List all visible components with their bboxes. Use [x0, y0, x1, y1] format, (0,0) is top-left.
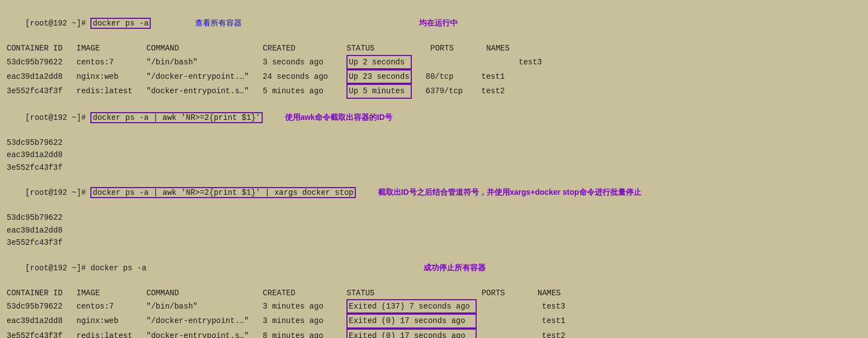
prompt-2: [root@192 ~]#: [25, 113, 91, 122]
cmd-2: docker ps -a | awk 'NR>=2{print $1}': [90, 112, 262, 123]
stopped-box-3: Exited (0) 17 seconds ago: [346, 329, 477, 338]
status-box-1: Up 2 seconds: [346, 55, 411, 69]
cmd-3: docker ps -a | awk 'NR>=2{print $1}' | x…: [90, 187, 355, 198]
stopped-box-1: Exited (137) 7 seconds ago: [346, 299, 477, 314]
id-3a: 3e552fc43f3f: [7, 162, 861, 174]
header-1: CONTAINER ID IMAGE COMMAND CREATED STATU…: [7, 42, 861, 54]
data-row-2: eac39d1a2dd8 nginx:web "/docker-entrypoi…: [7, 69, 861, 84]
line-1: [root@192 ~]# docker ps -a查看所有容器均在运行中: [7, 4, 861, 42]
line-3: [root@192 ~]# docker ps -a | awk 'NR>=2{…: [7, 174, 861, 211]
prompt-1: [root@192 ~]#: [25, 19, 91, 28]
id-2a: eac39d1a2dd8: [7, 149, 861, 161]
prompt-3: [root@192 ~]#: [25, 188, 91, 197]
ann-running: 均在运行中: [419, 18, 458, 27]
id-1b: 53dc95b79622: [7, 211, 861, 224]
line-2: [root@192 ~]# docker ps -a | awk 'NR>=2{…: [7, 99, 861, 137]
id-2b: eac39d1a2dd8: [7, 224, 861, 236]
terminal-window: [root@192 ~]# docker ps -a查看所有容器均在运行中 CO…: [7, 4, 861, 338]
line-4: [root@192 ~]# docker ps -a成功停止所有容器: [7, 249, 861, 286]
ann-3: 截取出ID号之后结合管道符号，并使用xargs+docker stop命令进行批…: [378, 188, 641, 196]
stopped-row-3: 3e552fc43f3f redis:latest "docker-entryp…: [7, 329, 861, 338]
stopped-box-2: Exited (0) 17 seconds ago: [346, 314, 477, 328]
ann-2: 使用awk命令截取出容器的ID号: [285, 113, 392, 122]
status-box-2: Up 23 seconds: [346, 69, 411, 84]
header-2: CONTAINER ID IMAGE COMMAND CREATED STATU…: [7, 287, 861, 299]
status-box-3: Up 5 minutes: [346, 84, 411, 98]
ann-1: 查看所有容器: [195, 18, 242, 27]
ann-4: 成功停止所有容器: [423, 263, 486, 272]
prompt-4: [root@192 ~]#: [25, 264, 91, 273]
stopped-row-1: 53dc95b79622 centos:7 "/bin/bash" 3 minu…: [7, 299, 861, 314]
stopped-row-2: eac39d1a2dd8 nginx:web "/docker-entrypoi…: [7, 314, 861, 328]
data-row-1: 53dc95b79622 centos:7 "/bin/bash" 3 seco…: [7, 55, 861, 69]
data-row-3: 3e552fc43f3f redis:latest "docker-entryp…: [7, 84, 861, 98]
id-1a: 53dc95b79622: [7, 137, 861, 149]
id-3b: 3e552fc43f3f: [7, 236, 861, 249]
cmd-1: docker ps -a: [90, 18, 151, 29]
